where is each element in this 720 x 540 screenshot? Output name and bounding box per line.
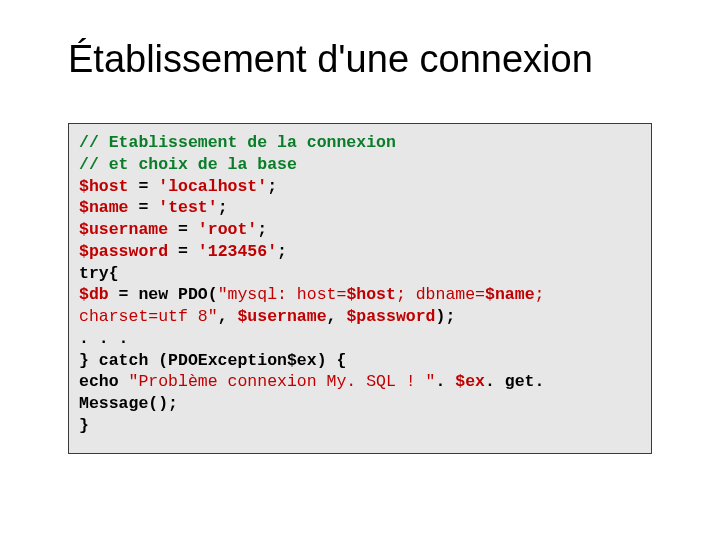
string: '123456' [198, 242, 277, 261]
var: $username [79, 220, 168, 239]
op: = [109, 285, 139, 304]
var: $username [237, 307, 326, 326]
string: "Problème connexion My. SQL ! " [129, 372, 436, 391]
code-line: $host = 'localhost'; [79, 176, 641, 198]
punct: ; [267, 177, 277, 196]
var: $host [346, 285, 396, 304]
var: $name [485, 285, 535, 304]
keyword: new PDO [138, 285, 207, 304]
string: 'test' [158, 198, 217, 217]
slide: Établissement d'une connexion // Etablis… [0, 0, 720, 540]
op: . [435, 372, 455, 391]
string: 'root' [198, 220, 257, 239]
op: = [168, 242, 198, 261]
punct: ; [277, 242, 287, 261]
code-block: // Etablissement de la connexion // et c… [68, 123, 652, 454]
code-line: $name = 'test'; [79, 197, 641, 219]
string: "mysql: host= [218, 285, 347, 304]
var: $ex [455, 372, 485, 391]
string: charset=utf 8" [79, 307, 218, 326]
var: $host [79, 177, 129, 196]
punct: ; [257, 220, 267, 239]
comment: // et choix de la base [79, 155, 297, 174]
paren: ); [436, 307, 456, 326]
code-line: try{ [79, 263, 641, 285]
code-line: } catch (PDOException$ex) { [79, 350, 641, 372]
string: 'localhost' [158, 177, 267, 196]
op: = [129, 198, 159, 217]
code-line: $db = new PDO("mysql: host=$host; dbname… [79, 284, 641, 306]
var: $name [79, 198, 129, 217]
ellipsis: . . . [79, 329, 129, 348]
code-line: } [79, 415, 641, 437]
comma: , [218, 307, 238, 326]
code-line: // Etablissement de la connexion [79, 132, 641, 154]
string: ; dbname= [396, 285, 485, 304]
punct: ; [218, 198, 228, 217]
op: = [129, 177, 159, 196]
brace: } [79, 416, 89, 435]
keyword: try{ [79, 264, 119, 283]
keyword: } catch (PDOException$ex) { [79, 351, 346, 370]
comma: , [327, 307, 347, 326]
comment: // Etablissement de la connexion [79, 133, 396, 152]
op: = [168, 220, 198, 239]
paren: ( [208, 285, 218, 304]
var: $db [79, 285, 109, 304]
var: $password [346, 307, 435, 326]
string: ; [535, 285, 545, 304]
keyword: echo [79, 372, 129, 391]
code-line: charset=utf 8", $username, $password); [79, 306, 641, 328]
code-line: . . . [79, 328, 641, 350]
code-line: echo "Problème connexion My. SQL ! ". $e… [79, 371, 641, 415]
slide-title: Établissement d'une connexion [68, 38, 652, 81]
code-line: $username = 'root'; [79, 219, 641, 241]
var: $password [79, 242, 168, 261]
code-line: // et choix de la base [79, 154, 641, 176]
code-line: $password = '123456'; [79, 241, 641, 263]
